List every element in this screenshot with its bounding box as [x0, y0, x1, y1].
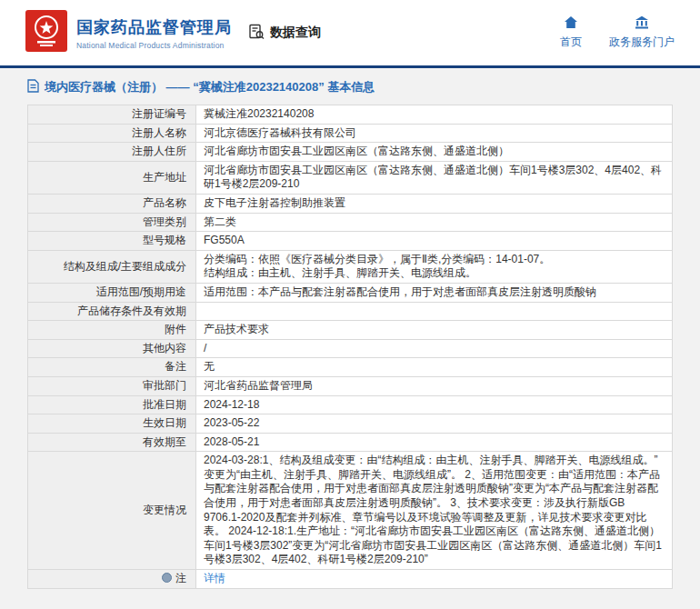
- row-label-cell: 其他内容: [28, 339, 196, 358]
- nav-portal[interactable]: 政务服务门户: [609, 15, 675, 50]
- nav-data-query[interactable]: 数据查询: [248, 24, 321, 43]
- table-row: 管理类别第二类: [28, 213, 673, 232]
- row-label: 产品名称: [143, 196, 186, 209]
- row-label: 附件: [165, 323, 186, 335]
- org-name-cn: 国家药品监督管理局: [76, 16, 232, 38]
- row-label: 注册证编号: [132, 107, 186, 120]
- row-value-cell: 河北省廊坊市固安县工业园区南区（富达路东侧、通盛道北侧）: [196, 143, 673, 162]
- info-table-body: 注册证编号冀械注准20232140208注册人名称河北京德医疗器械科技有限公司注…: [28, 105, 673, 589]
- table-row: 注详情: [28, 570, 673, 589]
- table-row: 附件产品技术要求: [28, 321, 673, 340]
- row-value-cell: 皮下电子注射器控制助推装置: [196, 194, 673, 213]
- row-label: 生效日期: [143, 416, 186, 429]
- org-title-block: 国家药品监督管理局 National Medical Products Admi…: [76, 16, 232, 50]
- row-value-cell: /: [196, 339, 673, 358]
- row-label: 产品储存条件及有效期: [77, 304, 186, 317]
- table-row: 产品名称皮下电子注射器控制助推装置: [28, 194, 673, 213]
- row-label-cell: 附件: [28, 321, 196, 340]
- table-row: 生产地址河北省廊坊市固安县工业园区南区（富达路东侧、通盛道北侧）车间1号楼3层3…: [28, 161, 673, 194]
- table-row: 变更情况2024-03-28:1、结构及组成变更：由“结构组成：由主机、注射手具…: [28, 452, 673, 570]
- row-label: 注册人名称: [132, 126, 186, 139]
- table-row: 注册人名称河北京德医疗器械科技有限公司: [28, 124, 673, 143]
- row-value-cell: 2028-05-21: [196, 433, 673, 452]
- row-label-cell: 批准日期: [28, 395, 196, 414]
- info-table: 注册证编号冀械注准20232140208注册人名称河北京德医疗器械科技有限公司注…: [27, 105, 673, 589]
- row-value-cell: 2024-03-28:1、结构及组成变更：由“结构组成：由主机、注射手具、脚踏开…: [196, 452, 673, 570]
- row-value-cell: 第二类: [196, 213, 673, 232]
- row-label: 注: [175, 572, 186, 584]
- table-row: 备注无: [28, 358, 673, 377]
- row-label-cell: 产品储存条件及有效期: [28, 302, 196, 321]
- row-label-cell: 适用范围/预期用途: [28, 283, 196, 302]
- table-row: 注册证编号冀械注准20232140208: [28, 105, 673, 125]
- row-label-cell: 备注: [28, 358, 196, 377]
- row-label-cell: 注册人住所: [28, 143, 196, 162]
- row-label-cell: 产品名称: [28, 194, 196, 213]
- row-value-cell: 冀械注准20232140208: [196, 105, 673, 125]
- header-nav: 首页 政务服务门户: [560, 15, 675, 50]
- row-label: 结构及组成/主要组成成分: [64, 260, 186, 273]
- site-header: 国家药品监督管理局 National Medical Products Admi…: [0, 0, 700, 65]
- row-label-cell: 结构及组成/主要组成成分: [28, 250, 196, 283]
- home-icon: [564, 15, 578, 32]
- table-row: 注册人住所河北省廊坊市固安县工业园区南区（富达路东侧、通盛道北侧）: [28, 143, 673, 162]
- row-label: 注册人住所: [132, 145, 186, 157]
- nmpa-logo[interactable]: [25, 10, 67, 55]
- table-row: 型号规格FG550A: [28, 232, 673, 251]
- table-row: 其他内容/: [28, 339, 673, 358]
- building-icon: [635, 15, 649, 32]
- row-value-cell: 2023-05-22: [196, 414, 673, 434]
- document-magnifier-icon: [248, 24, 265, 43]
- nav-portal-label: 政务服务门户: [609, 35, 675, 50]
- row-value-cell: 2024-12-18: [196, 395, 673, 414]
- row-label: 变更情况: [143, 504, 186, 516]
- org-name-en: National Medical Products Administration: [76, 41, 232, 50]
- row-value-cell: 无: [196, 358, 673, 377]
- row-label-cell: 生效日期: [28, 414, 196, 434]
- table-row: 结构及组成/主要组成成分分类编码：依照《医疗器械分类目录》，属于Ⅱ类,分类编码：…: [28, 250, 673, 283]
- row-label: 生产地址: [143, 171, 186, 184]
- row-label: 有效期至: [143, 435, 186, 448]
- table-row: 审批部门河北省药品监督管理局: [28, 376, 673, 395]
- row-value-cell: [196, 302, 673, 321]
- national-emblem-icon: [25, 39, 67, 55]
- row-label: 备注: [165, 360, 186, 373]
- row-value-cell: 河北省药品监督管理局: [196, 376, 673, 395]
- row-label: 其他内容: [143, 342, 186, 354]
- row-label-cell: 变更情况: [28, 452, 196, 570]
- row-label: 适用范围/预期用途: [96, 285, 186, 298]
- row-value-cell: 河北省廊坊市固安县工业园区南区（富达路东侧、通盛道北侧）车间1号楼3层302、4…: [196, 161, 673, 194]
- nav-home[interactable]: 首页: [560, 15, 582, 50]
- row-value-cell: 产品技术要求: [196, 321, 673, 340]
- row-value-cell: 河北京德医疗器械科技有限公司: [196, 124, 673, 143]
- table-row: 批准日期2024-12-18: [28, 395, 673, 414]
- table-row: 有效期至2028-05-21: [28, 433, 673, 452]
- page: 国家药品监督管理局 National Medical Products Admi…: [0, 0, 700, 609]
- table-row: 适用范围/预期用途适用范围：本产品与配套注射器配合使用，用于对患者面部真皮层注射…: [28, 283, 673, 302]
- row-label: 审批部门: [143, 379, 186, 392]
- nav-data-query-label: 数据查询: [270, 25, 321, 41]
- row-label-cell: 生产地址: [28, 161, 196, 194]
- row-label-cell: 注册证编号: [28, 105, 196, 125]
- breadcrumb-text: 境内医疗器械（注册） —— “冀械注准20232140208” 基本信息: [45, 79, 375, 95]
- breadcrumb[interactable]: 境内医疗器械（注册） —— “冀械注准20232140208” 基本信息: [27, 79, 673, 95]
- row-label-cell: 型号规格: [28, 232, 196, 251]
- row-label-cell: 有效期至: [28, 433, 196, 452]
- row-label: 批准日期: [143, 398, 186, 411]
- row-label: 管理类别: [143, 215, 186, 228]
- table-row: 产品储存条件及有效期: [28, 302, 673, 321]
- row-value-cell: 详情: [196, 570, 673, 589]
- table-row: 生效日期2023-05-22: [28, 414, 673, 434]
- note-dot-icon: [162, 573, 172, 583]
- row-label: 型号规格: [143, 234, 186, 246]
- row-label-cell: 管理类别: [28, 213, 196, 232]
- row-value-cell: FG550A: [196, 232, 673, 251]
- document-icon: [27, 79, 39, 95]
- row-value-cell: 分类编码：依照《医疗器械分类目录》，属于Ⅱ类,分类编码：14-01-07。 结构…: [196, 250, 673, 283]
- row-value-cell: 适用范围：本产品与配套注射器配合使用，用于对患者面部真皮层注射透明质酸钠: [196, 283, 673, 302]
- detail-link[interactable]: 详情: [204, 572, 225, 584]
- row-label-cell: 注: [28, 570, 196, 589]
- row-label-cell: 审批部门: [28, 376, 196, 395]
- row-label-cell: 注册人名称: [28, 124, 196, 143]
- main-content: 境内医疗器械（注册） —— “冀械注准20232140208” 基本信息 注册证…: [0, 68, 700, 609]
